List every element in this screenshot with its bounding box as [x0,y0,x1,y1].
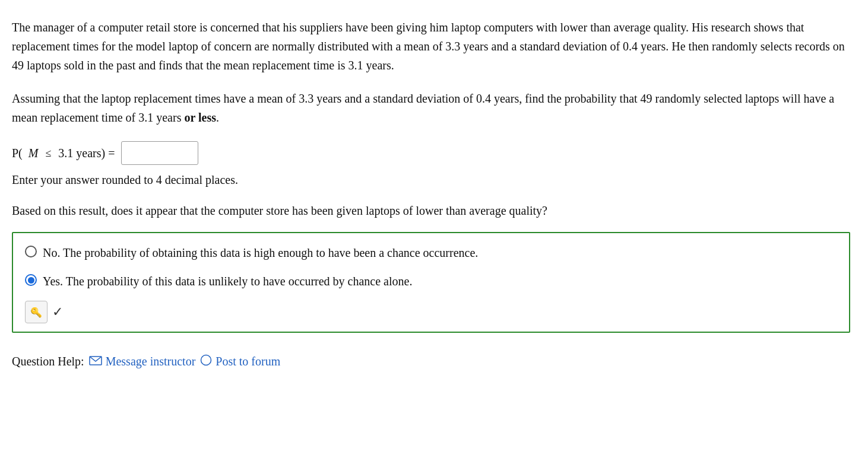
forum-icon [200,354,212,369]
paragraph-2-text: Assuming that the laptop replacement tim… [12,92,834,124]
post-to-forum-label: Post to forum [216,355,280,368]
post-to-forum-link[interactable]: Post to forum [200,354,280,369]
options-box: No. The probability of obtaining this da… [12,232,850,333]
prob-leq: ≤ [44,147,52,160]
radio-btn-2[interactable] [25,274,37,286]
message-instructor-link[interactable]: Message instructor [89,355,196,368]
radio-btn-1[interactable] [25,246,37,257]
paragraph-2-end: . [216,111,219,124]
question-help-label: Question Help: [12,355,84,368]
message-instructor-label: Message instructor [106,355,196,368]
checkmark-icon: ✓ [52,304,63,320]
option-2-text: Yes. The probability of this data is unl… [43,272,412,290]
svg-point-1 [201,355,211,365]
radio-option-1[interactable]: No. The probability of obtaining this da… [25,244,837,262]
paragraph-2: Assuming that the laptop replacement tim… [12,89,850,127]
probability-row: P(M≤3.1 years) = [12,141,850,165]
key-button[interactable]: 🔑 [25,301,47,323]
probability-input[interactable] [121,141,198,165]
option-1-text: No. The probability of obtaining this da… [43,244,478,262]
radio-option-2[interactable]: Yes. The probability of this data is unl… [25,272,837,290]
paragraph-1: The manager of a computer retail store i… [12,18,850,75]
prob-M: M [28,147,39,160]
question-help-row: Question Help: Message instructor Post t… [12,354,850,369]
key-icon: 🔑 [30,307,42,318]
prob-value: 3.1 years) = [58,147,115,160]
key-check-row: 🔑 ✓ [25,301,837,323]
paragraph-2-bold: or less [184,111,216,124]
mail-icon [89,355,102,368]
enter-answer-text: Enter your answer rounded to 4 decimal p… [12,173,850,187]
based-on-text: Based on this result, does it appear tha… [12,201,850,220]
prob-label-before: P( [12,147,23,160]
